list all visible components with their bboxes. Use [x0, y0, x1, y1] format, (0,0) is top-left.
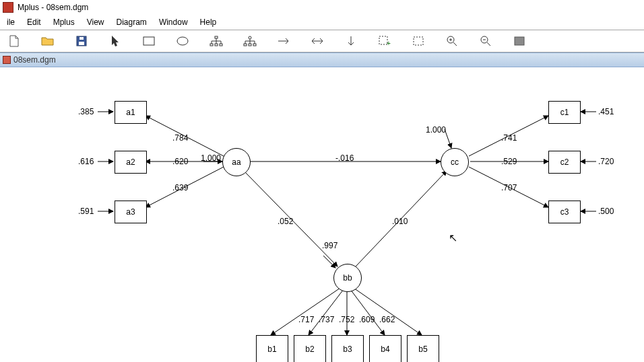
svg-rect-5 [215, 36, 218, 38]
cursor-icon: ↖ [449, 231, 457, 244]
observed-a1[interactable]: a1 [115, 101, 147, 124]
zoom-in-icon[interactable] [445, 34, 459, 48]
marquee-add-icon[interactable]: + [377, 34, 392, 48]
observed-c3-label: c3 [560, 207, 569, 217]
loading-bb-b5: .662 [379, 315, 395, 324]
svg-text:+: + [387, 40, 391, 46]
zoom-out-icon[interactable] [478, 34, 493, 48]
svg-point-4 [177, 37, 188, 45]
loading-aa-a2: .620 [172, 157, 188, 166]
residual-c2: .720 [598, 157, 614, 166]
observed-a3[interactable]: a3 [115, 201, 147, 223]
latent-aa[interactable]: aa [222, 148, 251, 176]
path-aa-fixed: 1.000 [201, 153, 221, 163]
svg-rect-12 [253, 44, 256, 46]
observed-b3-label: b3 [343, 345, 352, 354]
menu-bar: ile Edit Mplus View Diagram Window Help [0, 15, 644, 30]
svg-rect-3 [143, 37, 154, 45]
observed-b1[interactable]: b1 [256, 335, 288, 362]
svg-rect-18 [515, 37, 524, 45]
observed-b3[interactable]: b3 [331, 335, 364, 362]
loading-bb-b1: .717 [298, 315, 314, 324]
observed-c2[interactable]: c2 [548, 151, 581, 174]
observed-b5[interactable]: b5 [407, 335, 439, 362]
loading-aa-a1: .784 [172, 133, 188, 143]
window-title: Mplus - 08sem.dgm [18, 3, 88, 12]
loading-bb-b4: .609 [359, 315, 375, 324]
svg-point-9 [249, 36, 251, 39]
new-file-icon[interactable] [7, 34, 22, 48]
residual-c3: .500 [598, 207, 614, 216]
menu-file[interactable]: ile [1, 16, 20, 28]
app-icon [3, 2, 13, 13]
menu-window[interactable]: Window [154, 16, 193, 28]
loading-aa-a3: .639 [172, 183, 188, 192]
observed-b4[interactable]: b4 [369, 335, 401, 362]
save-file-icon[interactable] [74, 34, 89, 48]
title-bar: Mplus - 08sem.dgm [0, 0, 644, 15]
path-cc-var: 1.000 [426, 125, 446, 135]
svg-rect-6 [210, 44, 213, 46]
loading-cc-c1: .741 [501, 133, 517, 143]
svg-line-37 [350, 289, 385, 335]
fill-tool-icon[interactable] [512, 34, 527, 48]
path-aa-cc: -.016 [335, 153, 354, 163]
latent-aa-label: aa [232, 157, 240, 167]
path-aa-bb: .052 [278, 217, 293, 226]
svg-rect-8 [220, 44, 222, 46]
svg-rect-15 [414, 37, 423, 45]
arrow-both-icon[interactable] [310, 34, 325, 48]
observed-b2[interactable]: b2 [294, 335, 326, 362]
pointer-tool-icon[interactable] [108, 34, 123, 48]
observed-c3[interactable]: c3 [548, 201, 581, 223]
document-icon [3, 56, 11, 64]
svg-rect-11 [249, 44, 251, 46]
observed-a1-label: a1 [126, 108, 135, 117]
latent-bb-label: bb [343, 273, 352, 283]
svg-rect-10 [244, 44, 247, 46]
svg-rect-1 [79, 42, 84, 45]
open-file-icon[interactable] [40, 34, 55, 48]
path-bb-cc: .010 [392, 217, 408, 226]
observed-b2-label: b2 [305, 345, 314, 354]
svg-rect-7 [215, 44, 218, 46]
ellipse-tool-icon[interactable] [175, 34, 190, 48]
svg-line-38 [354, 288, 422, 335]
loading-bb-b3: .752 [339, 315, 354, 324]
observed-c2-label: c2 [560, 157, 569, 167]
svg-line-40 [323, 256, 335, 268]
arrow-down-icon[interactable] [344, 34, 358, 48]
menu-diagram[interactable]: Diagram [111, 16, 152, 28]
observed-b4-label: b4 [381, 345, 389, 354]
residual-a2: .616 [78, 157, 94, 166]
path-bb-var: .997 [322, 241, 337, 250]
observed-b5-label: b5 [418, 345, 427, 354]
residual-a3: .591 [78, 207, 94, 216]
svg-rect-2 [79, 37, 84, 40]
menu-help[interactable]: Help [195, 16, 222, 28]
arrow-right-icon[interactable] [276, 34, 291, 48]
tree-tool-icon[interactable] [209, 34, 224, 48]
residual-c1: .451 [598, 107, 614, 116]
observed-a2[interactable]: a2 [115, 151, 147, 174]
toolbar: + [0, 30, 644, 52]
latent-bb[interactable]: bb [333, 264, 362, 292]
tree-circle-tool-icon[interactable] [243, 34, 257, 48]
loading-cc-c3: .707 [501, 183, 517, 192]
observed-a3-label: a3 [126, 207, 135, 217]
loading-bb-b2: .737 [319, 315, 334, 324]
observed-c1-label: c1 [560, 108, 569, 117]
diagram-canvas[interactable]: aa cc bb a1 a2 a3 c1 c2 c3 b1 b2 b3 b4 b… [0, 67, 644, 362]
latent-cc[interactable]: cc [441, 148, 469, 176]
marquee-icon[interactable] [411, 34, 426, 48]
observed-b1-label: b1 [267, 345, 276, 354]
rectangle-tool-icon[interactable] [141, 34, 156, 48]
menu-edit[interactable]: Edit [22, 16, 46, 28]
menu-view[interactable]: View [82, 16, 110, 28]
menu-mplus[interactable]: Mplus [48, 16, 80, 28]
document-tab[interactable]: 08sem.dgm [0, 52, 644, 67]
residual-a1: .385 [78, 107, 94, 116]
observed-a2-label: a2 [126, 157, 135, 167]
loading-cc-c2: .529 [501, 157, 517, 166]
observed-c1[interactable]: c1 [548, 101, 581, 124]
